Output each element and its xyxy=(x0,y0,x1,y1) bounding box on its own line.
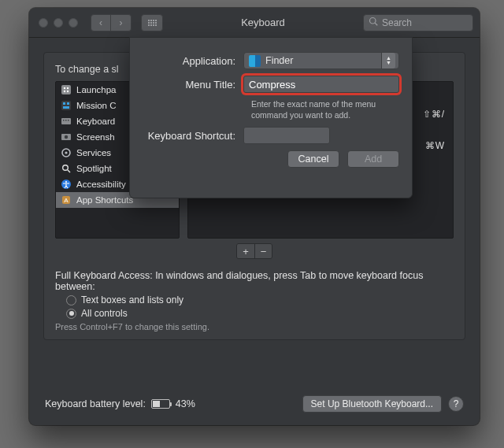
radio-all-controls[interactable]: All controls xyxy=(66,308,454,319)
close-window-button[interactable] xyxy=(39,18,48,28)
spotlight-icon xyxy=(61,163,72,174)
svg-line-1 xyxy=(375,23,377,25)
svg-rect-11 xyxy=(61,118,71,124)
setup-bluetooth-button[interactable]: Set Up Bluetooth Keyboard... xyxy=(302,395,442,413)
radio-icon xyxy=(66,295,76,305)
finder-icon xyxy=(249,55,261,67)
menu-title-input[interactable]: Compress xyxy=(243,76,399,93)
svg-line-20 xyxy=(68,170,70,172)
application-select[interactable]: Finder ▲▼ xyxy=(243,52,399,69)
keyboard-icon xyxy=(61,116,72,127)
window-title: Keyboard xyxy=(168,17,358,28)
svg-rect-10 xyxy=(63,106,69,109)
remove-button[interactable]: − xyxy=(254,244,272,258)
sidebar-item-label: Keyboard xyxy=(76,117,115,126)
search-input[interactable] xyxy=(382,17,468,28)
sidebar-item-label: Screensh xyxy=(76,132,115,142)
add-button[interactable]: Add xyxy=(347,150,399,168)
add-shortcut-sheet: Application: Finder ▲▼ Menu Title: Compr… xyxy=(129,37,413,198)
grid-icon xyxy=(148,20,157,26)
shortcut-input[interactable] xyxy=(243,127,330,144)
svg-point-0 xyxy=(370,18,376,24)
svg-point-22 xyxy=(65,181,67,183)
radio-icon xyxy=(66,309,76,319)
access-hint: Press Control+F7 to change this setting. xyxy=(55,322,454,331)
show-all-button[interactable] xyxy=(141,14,163,31)
sidebar-item-label: Launchpa xyxy=(76,85,117,94)
shortcut-label: Keyboard Shortcut: xyxy=(143,130,243,142)
menu-title-help: Enter the exact name of the menu command… xyxy=(251,99,399,120)
svg-rect-12 xyxy=(63,120,65,121)
titlebar: ‹ › Keyboard xyxy=(29,8,480,38)
svg-point-3 xyxy=(64,87,65,89)
add-button[interactable]: + xyxy=(237,244,254,258)
sidebar-item-label: Mission C xyxy=(76,101,116,110)
battery-icon xyxy=(151,399,170,409)
launchpad-icon xyxy=(61,84,72,95)
svg-rect-14 xyxy=(68,120,69,121)
dropdown-stepper-icon: ▲▼ xyxy=(381,53,395,68)
window-controls xyxy=(35,18,83,28)
svg-rect-8 xyxy=(63,102,65,105)
footer: Keyboard battery level: 43% Set Up Bluet… xyxy=(29,386,480,425)
battery-percent: 43% xyxy=(176,398,195,409)
application-value: Finder xyxy=(265,55,293,66)
search-field-wrap[interactable] xyxy=(363,14,473,31)
app-shortcuts-icon: A xyxy=(61,194,72,205)
sidebar-item-label: Services xyxy=(76,148,111,157)
svg-point-18 xyxy=(65,151,67,154)
services-icon xyxy=(61,147,72,158)
svg-rect-2 xyxy=(61,85,71,94)
back-button[interactable]: ‹ xyxy=(91,14,111,31)
forward-button[interactable]: › xyxy=(111,14,132,31)
help-button[interactable]: ? xyxy=(448,396,464,412)
keyboard-access-section: Full Keyboard Access: In windows and dia… xyxy=(55,270,454,331)
screenshot-icon xyxy=(61,131,72,143)
zoom-window-button[interactable] xyxy=(69,18,78,28)
application-label: Application: xyxy=(143,55,243,67)
svg-point-19 xyxy=(63,165,69,171)
svg-text:A: A xyxy=(64,197,69,204)
svg-point-5 xyxy=(64,91,65,92)
shortcut-entry-1[interactable]: ⇧⌘/ xyxy=(423,109,445,120)
sidebar-item-label: Spotlight xyxy=(76,164,112,173)
accessibility-icon xyxy=(61,179,72,190)
svg-rect-7 xyxy=(61,101,71,110)
sidebar-item-label: Accessibility xyxy=(76,180,126,189)
radio-label: All controls xyxy=(81,308,128,319)
nav-buttons: ‹ › xyxy=(91,14,132,31)
search-icon xyxy=(369,17,378,28)
svg-point-16 xyxy=(65,135,68,139)
shortcut-entry-2[interactable]: ⌘W xyxy=(425,140,445,151)
add-remove-group: + − xyxy=(55,243,454,259)
svg-point-6 xyxy=(67,91,69,92)
battery-label: Keyboard battery level: xyxy=(45,398,146,409)
battery-status: Keyboard battery level: 43% xyxy=(45,398,195,409)
access-heading: Full Keyboard Access: In windows and dia… xyxy=(55,270,454,292)
svg-rect-13 xyxy=(65,120,67,121)
sheet-buttons: Cancel Add xyxy=(143,150,399,168)
radio-label: Text boxes and lists only xyxy=(81,294,183,305)
menu-title-value: Compress xyxy=(249,79,295,91)
svg-rect-9 xyxy=(67,102,69,105)
cancel-button[interactable]: Cancel xyxy=(287,150,339,168)
radio-text-boxes[interactable]: Text boxes and lists only xyxy=(66,294,454,305)
minimize-window-button[interactable] xyxy=(54,18,63,28)
svg-point-4 xyxy=(67,87,69,89)
sidebar-item-label: App Shortcuts xyxy=(76,195,133,205)
menu-title-label: Menu Title: xyxy=(143,79,243,91)
mission-control-icon xyxy=(61,100,72,111)
